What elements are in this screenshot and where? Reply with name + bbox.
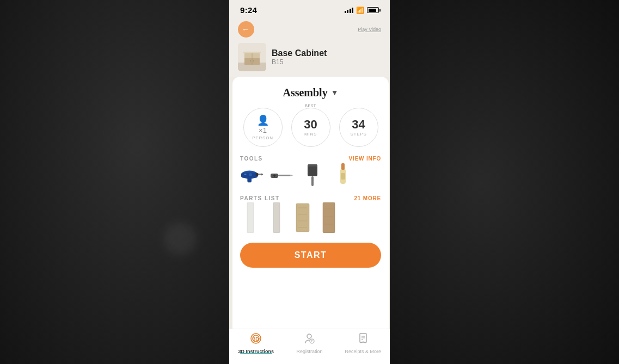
receipts-icon-svg	[357, 332, 369, 344]
back-area: ← Play Video	[229, 18, 390, 41]
status-time: 9:24	[240, 5, 257, 15]
card-stack: Assembly ▼ 👤 ×1 PERSON BEST 30 MIN	[229, 77, 390, 364]
stat-steps: 34 STEPS	[339, 108, 378, 147]
drill-icon	[240, 167, 263, 183]
part-4	[318, 203, 339, 232]
svg-rect-40	[323, 202, 335, 233]
part-panel-dark-wood	[320, 202, 338, 233]
product-header: Base Cabinet B15	[229, 41, 390, 77]
svg-rect-17	[244, 174, 247, 175]
mins-label: MINS	[304, 132, 317, 137]
part-panel-wood	[294, 202, 311, 233]
svg-rect-25	[308, 164, 317, 166]
svg-rect-15	[256, 173, 259, 176]
person-value: ×1	[259, 126, 267, 134]
product-name: Base Cabinet	[272, 48, 327, 58]
svg-marker-20	[290, 175, 293, 176]
registration-icon-svg	[303, 332, 315, 344]
receipts-icon	[357, 332, 369, 347]
steps-value: 34	[352, 119, 365, 131]
tools-section: TOOLS VIEW INFO	[240, 156, 381, 189]
play-video-link[interactable]: Play Video	[358, 27, 381, 32]
status-icons: 📶	[345, 7, 379, 14]
bottom-nav: 3D 3D Instructions	[229, 329, 390, 364]
svg-rect-29	[341, 173, 345, 180]
part-panel-white	[243, 202, 258, 233]
tool-screwdriver	[271, 164, 293, 187]
nav-3d-instructions[interactable]: 3D 3D Instructions	[229, 332, 283, 354]
3d-instructions-icon: 3D	[250, 335, 262, 347]
stats-row: 👤 ×1 PERSON BEST 30 MINS 34 STEPS	[240, 106, 381, 149]
svg-point-16	[249, 173, 252, 176]
svg-rect-30	[247, 202, 254, 233]
product-info: Base Cabinet B15	[272, 48, 327, 66]
start-button[interactable]: START	[240, 243, 381, 268]
nav-registration-label: Registration	[296, 349, 322, 354]
wifi-icon: 📶	[356, 7, 364, 14]
person-icon: 👤	[257, 114, 269, 126]
tools-section-header: TOOLS VIEW INFO	[240, 156, 381, 162]
product-thumbnail	[238, 43, 266, 71]
part-3	[292, 203, 313, 232]
assembly-title: Assembly ▼	[240, 87, 381, 99]
signal-bars-icon	[345, 8, 354, 13]
svg-rect-24	[311, 176, 314, 186]
svg-point-8	[253, 60, 254, 61]
nav-receipts[interactable]: Receipts & More	[336, 332, 390, 354]
part-panel-light	[269, 202, 284, 233]
nav-receipts-label: Receipts & More	[345, 349, 382, 354]
tool-drill	[240, 164, 263, 187]
svg-rect-12	[247, 177, 252, 183]
product-code: B15	[272, 58, 327, 66]
steps-label: STEPS	[350, 132, 366, 137]
assembly-title-text: Assembly	[283, 87, 327, 99]
mallet-icon	[307, 164, 318, 186]
battery-icon	[367, 7, 379, 13]
assembly-dropdown-icon[interactable]: ▼	[331, 89, 339, 97]
cabinet-image	[238, 43, 266, 71]
mins-value: 30	[304, 119, 317, 131]
parts-label: PARTS LIST	[240, 195, 280, 201]
view-info-link[interactable]: VIEW INFO	[349, 156, 381, 162]
recommended-badge: BEST	[303, 104, 318, 108]
svg-rect-32	[273, 202, 280, 233]
stat-mins: BEST 30 MINS	[291, 108, 330, 147]
parts-section-header: PARTS LIST 21 MORE	[240, 195, 381, 201]
svg-point-48	[307, 334, 311, 338]
more-link[interactable]: 21 MORE	[354, 195, 381, 201]
3d-icon-svg: 3D	[250, 332, 262, 344]
status-bar: 9:24 📶	[229, 0, 390, 18]
tool-glue	[332, 164, 354, 187]
svg-rect-9	[243, 52, 261, 53]
svg-rect-19	[278, 175, 290, 176]
nav-registration[interactable]: Registration	[283, 332, 336, 354]
person-label: PERSON	[252, 135, 273, 140]
screwdriver-icon	[271, 170, 293, 181]
back-button[interactable]: ←	[238, 21, 254, 38]
svg-marker-14	[261, 173, 263, 176]
tools-label: TOOLS	[240, 156, 263, 162]
tool-mallet	[301, 164, 324, 187]
registration-icon	[303, 332, 315, 347]
nav-active-indicator	[240, 353, 272, 355]
svg-point-7	[250, 60, 251, 61]
part-2	[266, 203, 287, 232]
part-1	[240, 203, 261, 232]
glue-icon	[338, 163, 348, 187]
stat-person: 👤 ×1 PERSON	[243, 108, 283, 147]
svg-rect-27	[341, 163, 345, 170]
svg-text:3D: 3D	[253, 336, 259, 342]
tools-row	[240, 162, 381, 189]
parts-section: PARTS LIST 21 MORE	[240, 195, 381, 234]
back-arrow-icon: ←	[242, 25, 249, 34]
parts-row	[240, 201, 381, 234]
